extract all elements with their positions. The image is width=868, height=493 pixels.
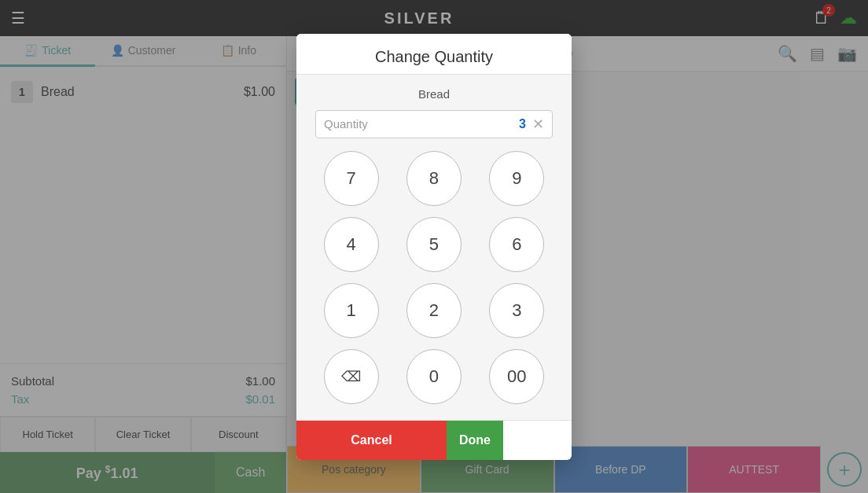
numpad-9[interactable]: 9 (489, 151, 544, 206)
modal-body: Bread Quantity 3 ✕ 7 8 9 4 5 6 1 2 3 ⌫ 0… (296, 75, 572, 420)
done-wrap: Done ← (447, 421, 572, 460)
modal-footer: Cancel Done ← (296, 420, 572, 460)
quantity-label: Quantity (324, 117, 519, 131)
quantity-value: 3 (519, 117, 526, 131)
numpad-4[interactable]: 4 (324, 217, 379, 272)
numpad-2[interactable]: 2 (406, 283, 462, 338)
numpad-00[interactable]: 00 (489, 349, 544, 404)
numpad-6[interactable]: 6 (489, 217, 544, 272)
modal-overlay: Change Quantity Bread Quantity 3 ✕ 7 8 9… (0, 0, 868, 493)
numpad-0[interactable]: 0 (406, 349, 462, 404)
numpad-7[interactable]: 7 (324, 151, 379, 206)
cancel-button[interactable]: Cancel (296, 421, 447, 460)
change-quantity-modal: Change Quantity Bread Quantity 3 ✕ 7 8 9… (296, 34, 572, 460)
numpad-5[interactable]: 5 (406, 217, 462, 272)
numpad-backspace[interactable]: ⌫ (324, 349, 379, 404)
numpad-8[interactable]: 8 (406, 151, 462, 206)
modal-title: Change Quantity (296, 34, 572, 75)
modal-item-name: Bread (315, 87, 553, 101)
numpad-3[interactable]: 3 (489, 283, 544, 338)
quantity-clear-icon[interactable]: ✕ (532, 116, 544, 133)
done-button[interactable]: Done (447, 421, 503, 460)
quantity-input-row: Quantity 3 ✕ (315, 110, 553, 138)
numpad: 7 8 9 4 5 6 1 2 3 ⌫ 0 00 (315, 151, 553, 420)
numpad-1[interactable]: 1 (324, 283, 379, 338)
